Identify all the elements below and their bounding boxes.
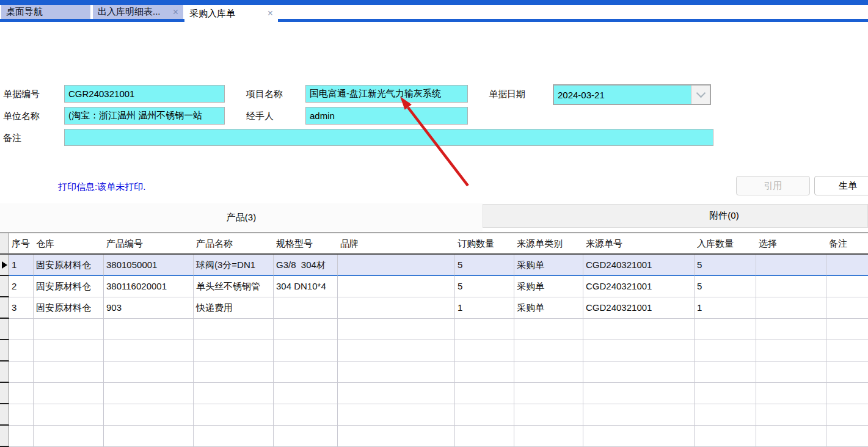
empty-cell[interactable] (9, 404, 34, 426)
project-input[interactable] (305, 85, 468, 103)
empty-cell[interactable] (583, 383, 695, 404)
cell[interactable] (826, 276, 868, 297)
tab-products[interactable]: 产品(3) (0, 203, 483, 231)
column-header-3[interactable]: 产品名称 (194, 233, 274, 255)
cell[interactable]: G3/8 304材 (274, 255, 338, 276)
generate-button[interactable]: 生单 (814, 176, 868, 195)
empty-cell[interactable] (9, 340, 34, 362)
empty-table-row[interactable] (0, 340, 868, 362)
empty-cell[interactable] (194, 383, 274, 404)
column-header-7[interactable]: 来源单类别 (514, 233, 583, 255)
empty-cell[interactable] (34, 319, 104, 340)
empty-cell[interactable] (34, 383, 104, 404)
row-indicator[interactable] (0, 276, 9, 297)
cell[interactable]: CGD240321001 (583, 297, 695, 319)
empty-cell[interactable] (34, 404, 104, 426)
column-header-8[interactable]: 来源单号 (583, 233, 695, 255)
table-row[interactable]: 2固安原材料仓380116020001单头丝不锈钢管304 DN10*45采购单… (0, 276, 868, 297)
empty-cell[interactable] (455, 319, 514, 340)
column-header-9[interactable]: 入库数量 (695, 233, 756, 255)
empty-cell[interactable] (583, 404, 695, 426)
empty-cell[interactable] (274, 404, 338, 426)
tab-attachments[interactable]: 附件(0) (483, 204, 868, 228)
cell[interactable]: 5 (455, 276, 514, 297)
empty-cell[interactable] (104, 383, 194, 404)
empty-cell[interactable] (583, 426, 695, 447)
empty-cell[interactable] (338, 362, 455, 383)
cell[interactable]: 304 DN10*4 (274, 276, 338, 297)
window-tab-1[interactable]: 出入库明细表...× (93, 5, 183, 19)
window-tab-2[interactable]: 采购入库单× (184, 5, 278, 22)
empty-cell[interactable] (34, 426, 104, 447)
empty-cell[interactable] (9, 319, 34, 340)
cell[interactable] (756, 255, 826, 276)
empty-cell[interactable] (826, 340, 868, 362)
column-header-6[interactable]: 订购数量 (455, 233, 514, 255)
cell[interactable] (338, 276, 455, 297)
row-indicator[interactable] (0, 362, 9, 383)
empty-cell[interactable] (9, 383, 34, 404)
empty-cell[interactable] (274, 426, 338, 447)
empty-cell[interactable] (514, 362, 583, 383)
cell[interactable]: 采购单 (514, 297, 583, 319)
row-indicator[interactable] (0, 233, 9, 255)
row-indicator[interactable] (0, 383, 9, 404)
handler-input[interactable] (305, 107, 468, 125)
empty-cell[interactable] (756, 426, 826, 447)
empty-cell[interactable] (274, 362, 338, 383)
empty-cell[interactable] (514, 340, 583, 362)
cell[interactable]: 903 (104, 297, 194, 319)
empty-table-row[interactable] (0, 319, 868, 340)
empty-table-row[interactable] (0, 383, 868, 404)
cell[interactable]: 3 (9, 297, 34, 319)
empty-cell[interactable] (274, 340, 338, 362)
cell[interactable]: 2 (9, 276, 34, 297)
cell[interactable]: 采购单 (514, 276, 583, 297)
empty-cell[interactable] (194, 404, 274, 426)
empty-cell[interactable] (826, 404, 868, 426)
empty-cell[interactable] (194, 340, 274, 362)
empty-cell[interactable] (9, 426, 34, 447)
empty-table-row[interactable] (0, 404, 868, 426)
row-indicator[interactable] (0, 319, 9, 340)
cell[interactable]: 球阀(3分=DN1 (194, 255, 274, 276)
empty-cell[interactable] (826, 319, 868, 340)
column-header-0[interactable]: 序号 (9, 233, 34, 255)
empty-cell[interactable] (338, 319, 455, 340)
cell[interactable]: 快递费用 (194, 297, 274, 319)
cell[interactable]: 固安原材料仓 (34, 276, 104, 297)
empty-cell[interactable] (194, 426, 274, 447)
empty-cell[interactable] (104, 319, 194, 340)
reference-button[interactable]: 引用 (736, 176, 810, 195)
row-indicator[interactable] (0, 340, 9, 362)
row-indicator[interactable] (0, 297, 9, 319)
empty-cell[interactable] (826, 383, 868, 404)
empty-cell[interactable] (514, 404, 583, 426)
empty-cell[interactable] (338, 340, 455, 362)
cell[interactable]: 5 (695, 255, 756, 276)
cell[interactable]: CGD240321001 (583, 276, 695, 297)
empty-cell[interactable] (104, 340, 194, 362)
empty-cell[interactable] (455, 383, 514, 404)
cell[interactable]: 固安原材料仓 (34, 297, 104, 319)
cell[interactable] (338, 297, 455, 319)
empty-cell[interactable] (455, 362, 514, 383)
empty-cell[interactable] (695, 383, 756, 404)
empty-cell[interactable] (274, 383, 338, 404)
empty-cell[interactable] (695, 340, 756, 362)
doc-date-dropdown-button[interactable] (691, 85, 710, 104)
empty-cell[interactable] (455, 426, 514, 447)
cell[interactable]: 5 (455, 255, 514, 276)
cell[interactable]: 1 (455, 297, 514, 319)
cell[interactable] (274, 297, 338, 319)
empty-cell[interactable] (9, 362, 34, 383)
cell[interactable]: 3801050001 (104, 255, 194, 276)
empty-cell[interactable] (514, 426, 583, 447)
empty-cell[interactable] (756, 362, 826, 383)
cell[interactable]: 固安原材料仓 (34, 255, 104, 276)
tab-close-icon[interactable]: × (167, 7, 178, 18)
cell[interactable]: 380116020001 (104, 276, 194, 297)
row-indicator[interactable] (0, 404, 9, 426)
empty-cell[interactable] (104, 362, 194, 383)
row-indicator[interactable] (0, 426, 9, 447)
